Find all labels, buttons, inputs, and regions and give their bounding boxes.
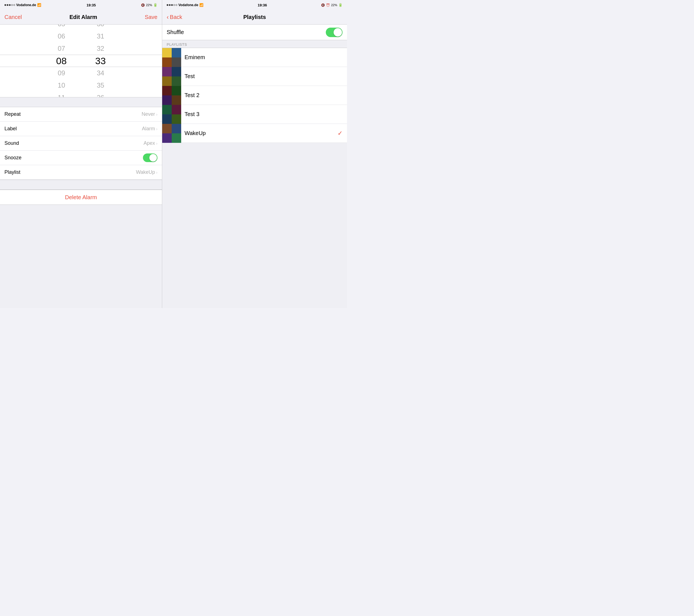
playlist-chevron-icon: › bbox=[156, 170, 158, 175]
right-nav-bar: ‹ Back Playlists bbox=[162, 10, 347, 24]
right-bottom-gray bbox=[162, 143, 347, 308]
save-button[interactable]: Save bbox=[145, 14, 158, 20]
thumb-cell-14 bbox=[172, 105, 181, 114]
repeat-row[interactable]: Repeat Never › bbox=[0, 107, 162, 122]
playlists-list: Eminem Test Test 2 bbox=[162, 48, 347, 143]
playlist-test3-name: Test 3 bbox=[181, 111, 343, 117]
sound-label: Sound bbox=[4, 140, 19, 146]
right-carrier: Vodafone.de bbox=[178, 3, 198, 7]
left-nav-bar: Cancel Edit Alarm Save bbox=[0, 10, 162, 24]
sound-value-text: Apex bbox=[144, 140, 155, 146]
cancel-button[interactable]: Cancel bbox=[4, 14, 22, 20]
playlist-value-text: WakeUp bbox=[136, 169, 155, 175]
thumb-cell-18 bbox=[172, 124, 181, 133]
playlist-value: WakeUp › bbox=[136, 169, 158, 175]
snooze-row[interactable]: Snooze bbox=[0, 151, 162, 165]
playlist-eminem-name: Eminem bbox=[181, 54, 343, 60]
eminem-thumb bbox=[162, 48, 181, 67]
section-gap-2 bbox=[0, 180, 162, 190]
repeat-value-text: Never bbox=[142, 111, 155, 117]
min-32[interactable]: 32 bbox=[81, 42, 120, 55]
thumb-cell-3 bbox=[162, 57, 172, 67]
thumb-cell-16 bbox=[172, 114, 181, 124]
min-33[interactable]: 33 bbox=[81, 55, 120, 67]
label-row[interactable]: Label Alarm › bbox=[0, 122, 162, 136]
label-value: Alarm › bbox=[142, 126, 158, 132]
left-bottom-gray bbox=[0, 205, 162, 308]
mute-icon: 🔇 bbox=[141, 3, 145, 7]
min-30[interactable]: 30 bbox=[81, 24, 120, 30]
left-status-bar: Vodafone.de 📶 19:35 🔇 22% 🔋 bbox=[0, 0, 162, 10]
hour-09[interactable]: 09 bbox=[42, 67, 81, 79]
thumb-cell-7 bbox=[162, 76, 172, 86]
wakeup-thumb bbox=[162, 124, 181, 143]
left-battery-pct: 22% bbox=[146, 3, 152, 7]
playlist-test-name: Test bbox=[181, 73, 343, 79]
playlist-row[interactable]: Playlist WakeUp › bbox=[0, 165, 162, 180]
thumb-cell-12 bbox=[172, 95, 181, 105]
left-panel: Vodafone.de 📶 19:35 🔇 22% 🔋 Cancel Edit … bbox=[0, 0, 162, 308]
left-time: 19:35 bbox=[87, 3, 96, 7]
shuffle-row[interactable]: Shuffle bbox=[162, 24, 347, 40]
thumb-cell-4 bbox=[172, 57, 181, 67]
rdot3 bbox=[171, 4, 173, 6]
playlist-test[interactable]: Test bbox=[162, 67, 347, 86]
delete-alarm-button[interactable]: Delete Alarm bbox=[65, 194, 97, 201]
right-battery-pct: 22% bbox=[331, 3, 337, 7]
label-chevron-icon: › bbox=[156, 127, 158, 131]
rdot4 bbox=[174, 4, 175, 6]
sound-row[interactable]: Sound Apex › bbox=[0, 136, 162, 151]
wakeup-check-icon: ✓ bbox=[337, 130, 343, 137]
left-carrier: Vodafone.de bbox=[16, 3, 36, 7]
shuffle-toggle-knob bbox=[334, 28, 342, 37]
playlist-wakeup-name: WakeUp bbox=[181, 130, 337, 136]
playlist-test2[interactable]: Test 2 bbox=[162, 86, 347, 105]
thumb-cell-15 bbox=[162, 114, 172, 124]
repeat-value: Never › bbox=[142, 111, 158, 117]
test-thumb bbox=[162, 67, 181, 86]
thumb-cell-19 bbox=[162, 133, 172, 143]
delete-row[interactable]: Delete Alarm bbox=[0, 190, 162, 205]
hour-07[interactable]: 07 bbox=[42, 42, 81, 55]
rdot5 bbox=[176, 4, 177, 6]
snooze-toggle[interactable] bbox=[143, 153, 158, 162]
snooze-label: Snooze bbox=[4, 155, 21, 161]
playlist-eminem[interactable]: Eminem bbox=[162, 48, 347, 67]
settings-list: Repeat Never › Label Alarm › Sound Apex … bbox=[0, 107, 162, 180]
right-alarm-icon: ⏰ bbox=[326, 3, 330, 7]
playlist-wakeup[interactable]: WakeUp ✓ bbox=[162, 124, 347, 143]
hour-05[interactable]: 05 bbox=[42, 24, 81, 30]
back-chevron-icon: ‹ bbox=[167, 14, 169, 21]
min-31[interactable]: 31 bbox=[81, 30, 120, 42]
dot1 bbox=[4, 4, 6, 6]
sound-value: Apex › bbox=[144, 140, 158, 146]
min-36[interactable]: 36 bbox=[81, 92, 120, 97]
back-label[interactable]: Back bbox=[170, 14, 182, 20]
dot3 bbox=[9, 4, 11, 6]
minute-column[interactable]: 30 31 32 33 34 35 36 bbox=[81, 24, 120, 97]
label-value-text: Alarm bbox=[142, 126, 155, 132]
dot5 bbox=[13, 4, 15, 6]
thumb-cell-1 bbox=[162, 48, 172, 57]
playlist-test3[interactable]: Test 3 bbox=[162, 105, 347, 124]
hour-08[interactable]: 08 bbox=[42, 55, 81, 67]
label-label: Label bbox=[4, 126, 17, 132]
thumb-cell-11 bbox=[162, 95, 172, 105]
repeat-chevron-icon: › bbox=[156, 112, 158, 117]
shuffle-label: Shuffle bbox=[167, 29, 184, 35]
right-battery-icon: 🔋 bbox=[339, 3, 343, 7]
playlist-test2-name: Test 2 bbox=[181, 92, 343, 98]
thumb-cell-5 bbox=[162, 67, 172, 76]
min-34[interactable]: 34 bbox=[81, 67, 120, 79]
hour-10[interactable]: 10 bbox=[42, 79, 81, 92]
hour-11[interactable]: 11 bbox=[42, 92, 81, 97]
shuffle-toggle[interactable] bbox=[326, 27, 343, 37]
time-picker[interactable]: 05 06 07 08 09 10 11 30 31 32 33 34 35 3… bbox=[0, 24, 162, 97]
thumb-cell-17 bbox=[162, 124, 172, 133]
sound-chevron-icon: › bbox=[156, 141, 158, 146]
back-button[interactable]: ‹ Back bbox=[167, 14, 182, 21]
hour-column[interactable]: 05 06 07 08 09 10 11 bbox=[42, 24, 81, 97]
hour-06[interactable]: 06 bbox=[42, 30, 81, 42]
battery-icon: 🔋 bbox=[153, 3, 158, 7]
min-35[interactable]: 35 bbox=[81, 79, 120, 92]
